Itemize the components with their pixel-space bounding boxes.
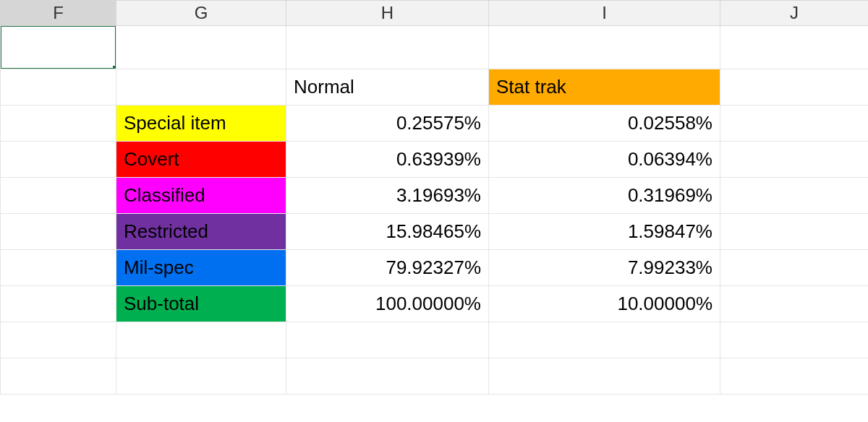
cell-F11[interactable]	[1, 358, 116, 395]
cell-F4[interactable]	[1, 106, 116, 142]
cell-H11[interactable]	[286, 358, 489, 395]
cell-J9[interactable]	[720, 286, 869, 322]
cell-I10[interactable]	[489, 322, 720, 358]
value-special-item-normal[interactable]: 0.25575%	[286, 106, 489, 142]
cell-F2-selected[interactable]	[1, 26, 116, 69]
value-classified-normal[interactable]: 3.19693%	[286, 178, 489, 214]
value-covert-stat-trak[interactable]: 0.06394%	[489, 142, 720, 178]
cell-J11[interactable]	[720, 358, 869, 395]
column-header-G[interactable]: G	[116, 1, 286, 26]
spreadsheet-grid[interactable]: F G H I J Normal Stat trak Special item …	[0, 0, 868, 395]
column-header-H[interactable]: H	[286, 1, 489, 26]
row-classified[interactable]: Classified 3.19693% 0.31969%	[1, 178, 869, 214]
cell-H10[interactable]	[286, 322, 489, 358]
spreadsheet-viewport[interactable]: F G H I J Normal Stat trak Special item …	[0, 0, 868, 422]
cell-F8[interactable]	[1, 250, 116, 286]
column-header-row[interactable]: F G H I J	[1, 1, 869, 26]
label-special-item[interactable]: Special item	[116, 106, 286, 142]
cell-J7[interactable]	[720, 214, 869, 250]
label-sub-total[interactable]: Sub-total	[116, 286, 286, 322]
cell-J3[interactable]	[720, 69, 869, 106]
value-mil-spec-stat-trak[interactable]: 7.99233%	[489, 250, 720, 286]
value-covert-normal[interactable]: 0.63939%	[286, 142, 489, 178]
value-restricted-normal[interactable]: 15.98465%	[286, 214, 489, 250]
label-mil-spec[interactable]: Mil-spec	[116, 250, 286, 286]
cell-J8[interactable]	[720, 250, 869, 286]
row-2[interactable]	[1, 26, 869, 69]
value-restricted-stat-trak[interactable]: 1.59847%	[489, 214, 720, 250]
column-header-F[interactable]: F	[1, 1, 116, 26]
label-restricted[interactable]: Restricted	[116, 214, 286, 250]
cell-J2[interactable]	[720, 26, 869, 69]
label-classified[interactable]: Classified	[116, 178, 286, 214]
cell-F5[interactable]	[1, 142, 116, 178]
row-10[interactable]	[1, 322, 869, 358]
cell-F9[interactable]	[1, 286, 116, 322]
row-3[interactable]: Normal Stat trak	[1, 69, 869, 106]
cell-J10[interactable]	[720, 322, 869, 358]
row-mil-spec[interactable]: Mil-spec 79.92327% 7.99233%	[1, 250, 869, 286]
cell-J6[interactable]	[720, 178, 869, 214]
cell-G10[interactable]	[116, 322, 286, 358]
value-special-item-stat-trak[interactable]: 0.02558%	[489, 106, 720, 142]
cell-J4[interactable]	[720, 106, 869, 142]
cell-G11[interactable]	[116, 358, 286, 395]
column-header-I[interactable]: I	[489, 1, 720, 26]
value-sub-total-stat-trak[interactable]: 10.00000%	[489, 286, 720, 322]
cell-H2[interactable]	[286, 26, 489, 69]
value-sub-total-normal[interactable]: 100.00000%	[286, 286, 489, 322]
cell-I11[interactable]	[489, 358, 720, 395]
row-11[interactable]	[1, 358, 869, 395]
cell-I2[interactable]	[489, 26, 720, 69]
column-header-J[interactable]: J	[720, 1, 869, 26]
header-stat-trak[interactable]: Stat trak	[489, 69, 720, 106]
cell-F6[interactable]	[1, 178, 116, 214]
value-classified-stat-trak[interactable]: 0.31969%	[489, 178, 720, 214]
row-covert[interactable]: Covert 0.63939% 0.06394%	[1, 142, 869, 178]
row-special-item[interactable]: Special item 0.25575% 0.02558%	[1, 106, 869, 142]
value-mil-spec-normal[interactable]: 79.92327%	[286, 250, 489, 286]
cell-F3[interactable]	[1, 69, 116, 106]
cell-F7[interactable]	[1, 214, 116, 250]
cell-G2[interactable]	[116, 26, 286, 69]
row-restricted[interactable]: Restricted 15.98465% 1.59847%	[1, 214, 869, 250]
row-sub-total[interactable]: Sub-total 100.00000% 10.00000%	[1, 286, 869, 322]
fill-handle[interactable]	[113, 66, 116, 69]
label-covert[interactable]: Covert	[116, 142, 286, 178]
cell-F10[interactable]	[1, 322, 116, 358]
cell-J5[interactable]	[720, 142, 869, 178]
cell-G3[interactable]	[116, 69, 286, 106]
header-normal[interactable]: Normal	[286, 69, 489, 106]
